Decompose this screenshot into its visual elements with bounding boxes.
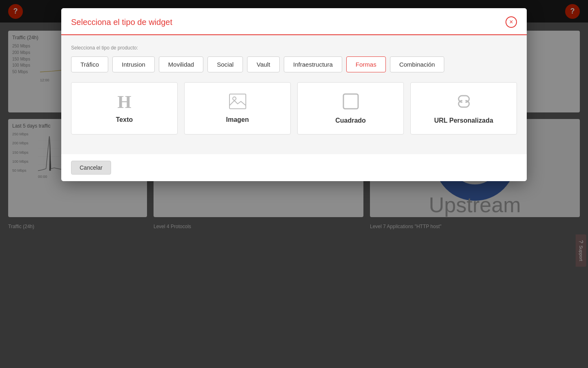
modal-body: Selecciona el tipo de producto: Tráfico …: [61, 35, 527, 154]
widget-type-url[interactable]: URL Personalizada: [410, 82, 517, 135]
imagen-icon: [229, 93, 247, 111]
product-type-vault[interactable]: Vault: [247, 56, 280, 72]
widget-types-grid: H Texto Imagen: [71, 82, 517, 135]
product-types-row: Tráfico Intrusion Movilidad Social Vault…: [71, 56, 517, 72]
url-label: URL Personalizada: [434, 117, 493, 124]
product-type-movilidad[interactable]: Movilidad: [159, 56, 203, 72]
product-type-social[interactable]: Social: [207, 56, 243, 72]
cuadrado-label: Cuadrado: [335, 117, 366, 124]
modal-title: Selecciona el tipo de widget: [71, 18, 172, 27]
svg-point-19: [233, 97, 236, 100]
modal-close-button[interactable]: ×: [506, 16, 517, 28]
imagen-label: Imagen: [226, 116, 249, 123]
product-type-infraestructura[interactable]: Infraestructura: [284, 56, 342, 72]
cancel-button[interactable]: Cancelar: [71, 161, 111, 175]
product-type-intrusion[interactable]: Intrusion: [112, 56, 155, 72]
product-type-formas[interactable]: Formas: [346, 56, 386, 72]
widget-type-modal: Selecciona el tipo de widget × Seleccion…: [61, 8, 527, 181]
product-type-trafico[interactable]: Tráfico: [71, 56, 108, 72]
texto-icon: H: [117, 93, 131, 111]
modal-header: Selecciona el tipo de widget ×: [61, 8, 527, 35]
svg-rect-20: [343, 94, 358, 109]
product-type-combinacion[interactable]: Combinación: [390, 56, 445, 72]
widget-type-cuadrado[interactable]: Cuadrado: [297, 82, 404, 135]
modal-footer: Cancelar: [61, 154, 527, 181]
widget-type-imagen[interactable]: Imagen: [184, 82, 291, 135]
svg-rect-18: [229, 94, 246, 109]
texto-label: Texto: [116, 116, 133, 123]
product-type-label: Selecciona el tipo de producto:: [71, 45, 517, 51]
widget-type-texto[interactable]: H Texto: [71, 82, 178, 135]
url-icon: [454, 92, 474, 112]
cuadrado-icon: [342, 92, 360, 112]
